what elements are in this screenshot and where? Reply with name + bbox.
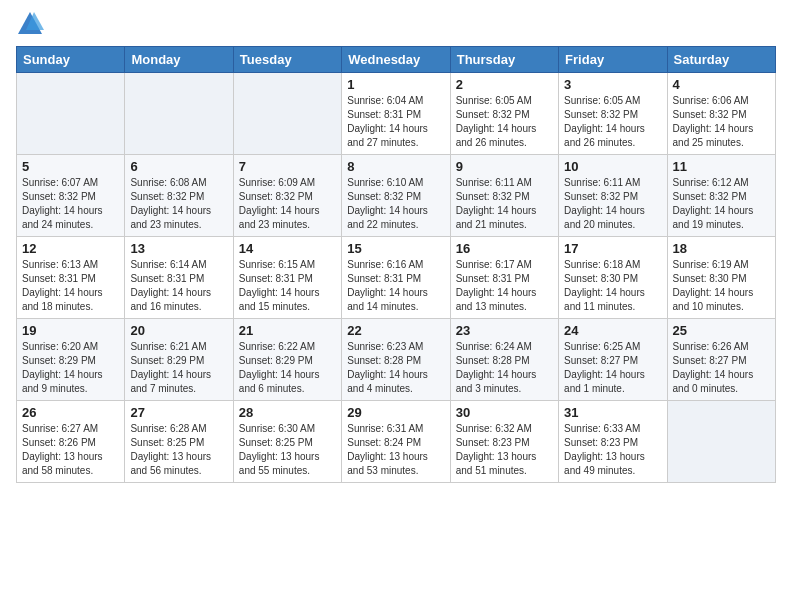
day-cell: 23Sunrise: 6:24 AM Sunset: 8:28 PM Dayli…: [450, 319, 558, 401]
day-info: Sunrise: 6:07 AM Sunset: 8:32 PM Dayligh…: [22, 176, 119, 232]
day-info: Sunrise: 6:23 AM Sunset: 8:28 PM Dayligh…: [347, 340, 444, 396]
day-cell: 28Sunrise: 6:30 AM Sunset: 8:25 PM Dayli…: [233, 401, 341, 483]
day-info: Sunrise: 6:04 AM Sunset: 8:31 PM Dayligh…: [347, 94, 444, 150]
day-number: 20: [130, 323, 227, 338]
day-info: Sunrise: 6:33 AM Sunset: 8:23 PM Dayligh…: [564, 422, 661, 478]
day-number: 13: [130, 241, 227, 256]
day-cell: 27Sunrise: 6:28 AM Sunset: 8:25 PM Dayli…: [125, 401, 233, 483]
day-info: Sunrise: 6:28 AM Sunset: 8:25 PM Dayligh…: [130, 422, 227, 478]
col-monday: Monday: [125, 47, 233, 73]
day-info: Sunrise: 6:24 AM Sunset: 8:28 PM Dayligh…: [456, 340, 553, 396]
day-info: Sunrise: 6:18 AM Sunset: 8:30 PM Dayligh…: [564, 258, 661, 314]
day-number: 6: [130, 159, 227, 174]
day-cell: 11Sunrise: 6:12 AM Sunset: 8:32 PM Dayli…: [667, 155, 775, 237]
day-number: 25: [673, 323, 770, 338]
day-cell: [17, 73, 125, 155]
day-info: Sunrise: 6:27 AM Sunset: 8:26 PM Dayligh…: [22, 422, 119, 478]
day-cell: 21Sunrise: 6:22 AM Sunset: 8:29 PM Dayli…: [233, 319, 341, 401]
day-info: Sunrise: 6:16 AM Sunset: 8:31 PM Dayligh…: [347, 258, 444, 314]
day-cell: 5Sunrise: 6:07 AM Sunset: 8:32 PM Daylig…: [17, 155, 125, 237]
day-number: 19: [22, 323, 119, 338]
day-info: Sunrise: 6:08 AM Sunset: 8:32 PM Dayligh…: [130, 176, 227, 232]
day-cell: 22Sunrise: 6:23 AM Sunset: 8:28 PM Dayli…: [342, 319, 450, 401]
day-number: 27: [130, 405, 227, 420]
day-number: 7: [239, 159, 336, 174]
day-cell: 12Sunrise: 6:13 AM Sunset: 8:31 PM Dayli…: [17, 237, 125, 319]
week-row-3: 12Sunrise: 6:13 AM Sunset: 8:31 PM Dayli…: [17, 237, 776, 319]
calendar-table: Sunday Monday Tuesday Wednesday Thursday…: [16, 46, 776, 483]
header-row: Sunday Monday Tuesday Wednesday Thursday…: [17, 47, 776, 73]
day-info: Sunrise: 6:26 AM Sunset: 8:27 PM Dayligh…: [673, 340, 770, 396]
day-number: 22: [347, 323, 444, 338]
week-row-5: 26Sunrise: 6:27 AM Sunset: 8:26 PM Dayli…: [17, 401, 776, 483]
day-cell: 25Sunrise: 6:26 AM Sunset: 8:27 PM Dayli…: [667, 319, 775, 401]
day-cell: 6Sunrise: 6:08 AM Sunset: 8:32 PM Daylig…: [125, 155, 233, 237]
day-cell: 8Sunrise: 6:10 AM Sunset: 8:32 PM Daylig…: [342, 155, 450, 237]
week-row-1: 1Sunrise: 6:04 AM Sunset: 8:31 PM Daylig…: [17, 73, 776, 155]
col-tuesday: Tuesday: [233, 47, 341, 73]
day-info: Sunrise: 6:15 AM Sunset: 8:31 PM Dayligh…: [239, 258, 336, 314]
day-cell: 9Sunrise: 6:11 AM Sunset: 8:32 PM Daylig…: [450, 155, 558, 237]
day-cell: 2Sunrise: 6:05 AM Sunset: 8:32 PM Daylig…: [450, 73, 558, 155]
day-info: Sunrise: 6:22 AM Sunset: 8:29 PM Dayligh…: [239, 340, 336, 396]
day-number: 26: [22, 405, 119, 420]
day-info: Sunrise: 6:17 AM Sunset: 8:31 PM Dayligh…: [456, 258, 553, 314]
day-cell: 26Sunrise: 6:27 AM Sunset: 8:26 PM Dayli…: [17, 401, 125, 483]
header: [16, 10, 776, 38]
day-number: 4: [673, 77, 770, 92]
day-number: 11: [673, 159, 770, 174]
day-info: Sunrise: 6:21 AM Sunset: 8:29 PM Dayligh…: [130, 340, 227, 396]
col-sunday: Sunday: [17, 47, 125, 73]
day-info: Sunrise: 6:09 AM Sunset: 8:32 PM Dayligh…: [239, 176, 336, 232]
day-number: 29: [347, 405, 444, 420]
day-cell: 24Sunrise: 6:25 AM Sunset: 8:27 PM Dayli…: [559, 319, 667, 401]
day-info: Sunrise: 6:25 AM Sunset: 8:27 PM Dayligh…: [564, 340, 661, 396]
day-number: 16: [456, 241, 553, 256]
day-cell: 20Sunrise: 6:21 AM Sunset: 8:29 PM Dayli…: [125, 319, 233, 401]
day-number: 3: [564, 77, 661, 92]
day-number: 18: [673, 241, 770, 256]
day-number: 14: [239, 241, 336, 256]
day-cell: 31Sunrise: 6:33 AM Sunset: 8:23 PM Dayli…: [559, 401, 667, 483]
day-info: Sunrise: 6:20 AM Sunset: 8:29 PM Dayligh…: [22, 340, 119, 396]
calendar-body: 1Sunrise: 6:04 AM Sunset: 8:31 PM Daylig…: [17, 73, 776, 483]
day-cell: 30Sunrise: 6:32 AM Sunset: 8:23 PM Dayli…: [450, 401, 558, 483]
day-info: Sunrise: 6:31 AM Sunset: 8:24 PM Dayligh…: [347, 422, 444, 478]
day-number: 12: [22, 241, 119, 256]
day-number: 30: [456, 405, 553, 420]
day-info: Sunrise: 6:13 AM Sunset: 8:31 PM Dayligh…: [22, 258, 119, 314]
day-number: 24: [564, 323, 661, 338]
day-info: Sunrise: 6:32 AM Sunset: 8:23 PM Dayligh…: [456, 422, 553, 478]
day-cell: 18Sunrise: 6:19 AM Sunset: 8:30 PM Dayli…: [667, 237, 775, 319]
day-cell: 19Sunrise: 6:20 AM Sunset: 8:29 PM Dayli…: [17, 319, 125, 401]
day-info: Sunrise: 6:12 AM Sunset: 8:32 PM Dayligh…: [673, 176, 770, 232]
day-cell: 14Sunrise: 6:15 AM Sunset: 8:31 PM Dayli…: [233, 237, 341, 319]
day-number: 28: [239, 405, 336, 420]
day-info: Sunrise: 6:06 AM Sunset: 8:32 PM Dayligh…: [673, 94, 770, 150]
day-number: 21: [239, 323, 336, 338]
day-cell: [233, 73, 341, 155]
col-friday: Friday: [559, 47, 667, 73]
day-cell: 4Sunrise: 6:06 AM Sunset: 8:32 PM Daylig…: [667, 73, 775, 155]
day-cell: 10Sunrise: 6:11 AM Sunset: 8:32 PM Dayli…: [559, 155, 667, 237]
week-row-2: 5Sunrise: 6:07 AM Sunset: 8:32 PM Daylig…: [17, 155, 776, 237]
logo: [16, 10, 50, 38]
day-number: 15: [347, 241, 444, 256]
day-number: 31: [564, 405, 661, 420]
day-cell: 3Sunrise: 6:05 AM Sunset: 8:32 PM Daylig…: [559, 73, 667, 155]
day-number: 10: [564, 159, 661, 174]
col-saturday: Saturday: [667, 47, 775, 73]
day-cell: 29Sunrise: 6:31 AM Sunset: 8:24 PM Dayli…: [342, 401, 450, 483]
day-info: Sunrise: 6:11 AM Sunset: 8:32 PM Dayligh…: [456, 176, 553, 232]
day-cell: 13Sunrise: 6:14 AM Sunset: 8:31 PM Dayli…: [125, 237, 233, 319]
day-info: Sunrise: 6:30 AM Sunset: 8:25 PM Dayligh…: [239, 422, 336, 478]
day-cell: 17Sunrise: 6:18 AM Sunset: 8:30 PM Dayli…: [559, 237, 667, 319]
day-cell: 1Sunrise: 6:04 AM Sunset: 8:31 PM Daylig…: [342, 73, 450, 155]
day-number: 23: [456, 323, 553, 338]
day-number: 1: [347, 77, 444, 92]
week-row-4: 19Sunrise: 6:20 AM Sunset: 8:29 PM Dayli…: [17, 319, 776, 401]
day-number: 17: [564, 241, 661, 256]
day-number: 2: [456, 77, 553, 92]
day-info: Sunrise: 6:10 AM Sunset: 8:32 PM Dayligh…: [347, 176, 444, 232]
day-info: Sunrise: 6:14 AM Sunset: 8:31 PM Dayligh…: [130, 258, 227, 314]
